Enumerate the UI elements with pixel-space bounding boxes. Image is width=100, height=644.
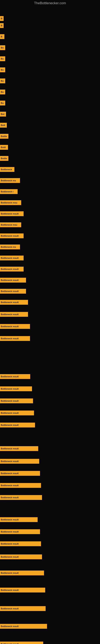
bar-label: Bo: [0, 45, 5, 50]
bar-row: Bottleneck result: [0, 606, 46, 612]
bar-row: Bo: [0, 100, 5, 106]
bar-label: Bottle: [0, 156, 8, 161]
bar-label: Bottleneck result: [0, 459, 39, 464]
bar-row: B: [0, 34, 4, 40]
bar-label: Bo: [0, 100, 5, 106]
bar-row: Bottleneck result: [0, 300, 28, 305]
bar-row: Bottleneck result: [0, 554, 42, 560]
bar-label: Bottleneck result: [0, 541, 41, 546]
bar-row: Bottleneck result: [0, 312, 28, 317]
bar-row: Bottleneck result: [0, 587, 45, 593]
bar-label: Bottleneck result: [0, 289, 26, 294]
bar-row: Bottleneck result: [0, 211, 24, 216]
bar-label: Bottleneck result: [0, 529, 40, 534]
bar-row: Bottl: [0, 144, 8, 150]
bar-row: Bottleneck result: [0, 277, 26, 283]
bar-row: Bottleneck result: [0, 570, 44, 576]
bar-label: Bottleneck result: [0, 495, 42, 500]
bar-label: Bottleneck result: [0, 483, 41, 488]
bar-label: Bo: [0, 56, 5, 61]
bar-label: Bottleneck result: [0, 312, 28, 317]
bar-row: Bottleneck result: [0, 495, 42, 500]
bar-row: Bottleneck result: [0, 233, 24, 239]
bar-label: Bo: [0, 78, 5, 83]
bar-label: Bot: [0, 112, 6, 116]
bar-row: Bottleneck result: [0, 398, 33, 404]
bar-label: Bottleneck result: [0, 471, 40, 476]
bar-label: Bottleneck result: [0, 554, 42, 559]
bar-label: Bottleneck result: [0, 570, 44, 575]
bar-row: Bottleneck result: [0, 266, 24, 272]
bar-row: Bottleneck res: [0, 178, 20, 183]
bar-row: Bottleneck result: [0, 374, 30, 379]
bar-label: B: [0, 34, 4, 39]
bar-label: Bottl: [0, 145, 8, 150]
bar-row: Bottleneck result: [0, 446, 38, 452]
bar-row: Bottleneck result: [0, 458, 39, 464]
bar-row: Bottle: [0, 156, 8, 161]
bar-label: Bottle: [0, 134, 8, 139]
bar-row: Bottleneck r: [0, 189, 18, 194]
bar-row: Bottleneck result: [0, 624, 47, 629]
bar-label: Bottleneck resu: [0, 222, 21, 227]
bar-row: B: [0, 16, 3, 21]
bar-row: Bo: [0, 67, 5, 73]
bar-row: Bo: [0, 89, 5, 95]
bar-label: Bottleneck resu: [0, 200, 21, 205]
bar-label: Bottleneck result: [0, 278, 26, 282]
bar-row: Bottleneck result: [0, 324, 30, 329]
bar-label: Bottleneck result: [0, 410, 34, 416]
bar-label: Bo: [0, 90, 5, 94]
bar-row: Bottleneck result: [0, 541, 41, 546]
bar-row: Bottleneck result: [0, 529, 40, 534]
bar-row: Bottleneck resu: [0, 200, 21, 206]
bar-row: Bottleneck result: [0, 517, 38, 522]
bar-row: Bottleneck: [0, 167, 14, 172]
bar-row: Bott: [0, 122, 7, 128]
bar-label: Bott: [0, 123, 7, 128]
bar-label: Bottleneck result: [0, 398, 33, 403]
bar-row: Bottleneck result: [0, 336, 30, 341]
bar-label: B: [0, 23, 3, 28]
bar-row: Bo: [0, 78, 5, 84]
bar-label: Bottleneck result: [0, 336, 30, 341]
bar-label: Bottleneck result: [0, 374, 30, 379]
bar-row: Bottleneck result: [0, 641, 43, 644]
bar-label: Bottleneck result: [0, 211, 24, 216]
bar-row: Bottleneck result: [0, 386, 32, 392]
bar-row: Bottleneck result: [0, 410, 34, 416]
bar-row: Bottleneck result: [0, 482, 41, 488]
bar-label: Bottleneck r: [0, 189, 18, 194]
bar-label: Bottleneck result: [0, 446, 38, 451]
bar-row: Bottleneck result: [0, 470, 40, 476]
bar-label: Bottleneck result: [0, 624, 47, 629]
bar-label: Bottleneck result: [0, 517, 38, 522]
bar-row: Bot: [0, 111, 6, 117]
bar-label: Bottleneck result: [0, 324, 30, 329]
bar-row: Bottleneck resu: [0, 222, 21, 228]
bar-label: Bo: [0, 68, 5, 72]
bar-row: Bo: [0, 56, 5, 62]
bar-label: Bottleneck res: [0, 244, 20, 249]
bar-row: Bottle: [0, 134, 8, 139]
bar-row: Bottleneck result: [0, 422, 35, 428]
bar-label: Bottleneck res: [0, 178, 20, 183]
bar-label: Bottleneck result: [0, 300, 28, 305]
bar-label: Bottleneck: [0, 167, 14, 172]
bar-row: B: [0, 23, 3, 28]
bar-label: Bottleneck result: [0, 588, 45, 592]
bar-row: Bottleneck res: [0, 244, 20, 250]
bar-label: Bottleneck result: [0, 267, 24, 272]
bar-label: B: [0, 16, 3, 21]
bar-label: Bottleneck result: [0, 606, 46, 611]
bar-label: Bottleneck result: [0, 256, 24, 260]
site-title: TheBottlenecker.com: [0, 0, 100, 8]
bar-label: Bottleneck result: [0, 642, 43, 644]
bar-row: Bottleneck result: [0, 288, 26, 294]
bar-row: Bo: [0, 45, 5, 50]
bar-row: Bottleneck result: [0, 255, 24, 261]
bar-label: Bottleneck result: [0, 234, 24, 238]
bar-label: Bottleneck result: [0, 386, 32, 391]
bar-label: Bottleneck result: [0, 422, 35, 428]
